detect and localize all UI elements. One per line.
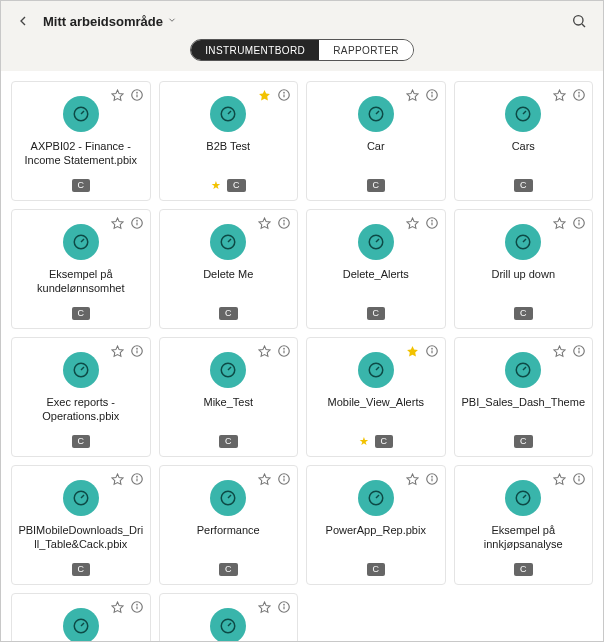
classification-badge: C xyxy=(219,563,238,576)
dashboard-tile[interactable]: Delete MeC xyxy=(159,209,299,329)
svg-marker-26 xyxy=(112,218,123,228)
tile-actions xyxy=(406,216,439,230)
dashboard-tile[interactable]: B2B Test★C xyxy=(159,81,299,201)
dashboard-tile[interactable]: PerformanceC xyxy=(159,465,299,585)
favorite-star-icon[interactable] xyxy=(111,473,124,486)
tile-actions xyxy=(553,216,586,230)
favorite-star-icon[interactable] xyxy=(258,473,271,486)
dashboard-type-icon xyxy=(358,352,394,388)
svg-point-65 xyxy=(431,348,432,349)
dashboard-tile[interactable]: ReceivableC xyxy=(11,593,151,641)
favorite-star-icon[interactable] xyxy=(258,601,271,614)
tile-actions xyxy=(258,600,291,614)
dashboard-tile[interactable]: Eksempel på kundelønnsomhetC xyxy=(11,209,151,329)
dashboard-type-icon xyxy=(63,608,99,641)
favorite-star-icon[interactable] xyxy=(553,345,566,358)
svg-line-91 xyxy=(376,495,379,498)
dashboard-type-icon xyxy=(210,96,246,132)
svg-marker-38 xyxy=(407,218,418,228)
favorite-star-icon[interactable] xyxy=(111,89,124,102)
info-icon[interactable] xyxy=(425,344,439,358)
info-icon[interactable] xyxy=(130,600,144,614)
svg-point-0 xyxy=(574,16,583,25)
tile-footer: C xyxy=(455,179,593,192)
tile-actions xyxy=(111,88,144,102)
favorite-star-icon[interactable] xyxy=(111,217,124,230)
tile-label: B2B Test xyxy=(200,140,256,154)
info-icon[interactable] xyxy=(277,344,291,358)
dashboard-tile[interactable]: PowerApp_Rep.pbixC xyxy=(306,465,446,585)
tile-label: PBIMobileDownloads_Drill_Table&Cack.pbix xyxy=(12,524,150,552)
info-icon[interactable] xyxy=(425,216,439,230)
tile-footer: C xyxy=(307,179,445,192)
dashboard-tile[interactable]: Exec reports - Operations.pbixC xyxy=(11,337,151,457)
dashboard-tile[interactable]: Delete_AlertsC xyxy=(306,209,446,329)
info-icon[interactable] xyxy=(572,472,586,486)
svg-marker-50 xyxy=(112,346,123,356)
tile-actions xyxy=(406,344,439,358)
svg-point-53 xyxy=(136,348,137,349)
dashboard-tile[interactable]: Drill up downC xyxy=(454,209,594,329)
info-icon[interactable] xyxy=(277,216,291,230)
svg-marker-80 xyxy=(259,474,270,484)
tile-footer: C xyxy=(12,307,150,320)
favorite-star-icon[interactable] xyxy=(553,89,566,102)
svg-line-31 xyxy=(81,239,84,242)
tile-actions xyxy=(111,344,144,358)
tile-label: Delete Me xyxy=(197,268,259,282)
favorite-star-icon[interactable] xyxy=(553,473,566,486)
tab-group: INSTRUMENTBORD RAPPORTER xyxy=(190,39,414,61)
dashboard-tile[interactable]: Eksempel på innkjøpsanalyseC xyxy=(454,465,594,585)
info-icon[interactable] xyxy=(572,216,586,230)
favorite-star-icon[interactable] xyxy=(111,345,124,358)
svg-point-23 xyxy=(579,92,580,93)
dashboard-tile[interactable]: PBIMobileDownloads_Drill_Table&Cack.pbix… xyxy=(11,465,151,585)
tab-rapporter[interactable]: RAPPORTER xyxy=(319,40,413,60)
svg-marker-104 xyxy=(259,602,270,612)
info-icon[interactable] xyxy=(277,600,291,614)
favorite-star-icon[interactable] xyxy=(258,217,271,230)
dashboard-tile[interactable]: AXPBI02 - Finance - Income Statement.pbi… xyxy=(11,81,151,201)
tile-actions xyxy=(111,472,144,486)
classification-badge: C xyxy=(367,179,386,192)
dashboard-type-icon xyxy=(210,352,246,388)
dashboard-tile[interactable]: Mobile_View_Alerts★C xyxy=(306,337,446,457)
favorite-star-icon[interactable] xyxy=(553,217,566,230)
favorite-star-icon[interactable] xyxy=(258,89,271,102)
info-icon[interactable] xyxy=(425,472,439,486)
favorite-star-icon[interactable] xyxy=(258,345,271,358)
tile-label: Performance xyxy=(191,524,266,538)
info-icon[interactable] xyxy=(277,472,291,486)
classification-badge: C xyxy=(219,435,238,448)
dashboard-tile[interactable]: CarsC xyxy=(454,81,594,201)
info-icon[interactable] xyxy=(130,472,144,486)
favorite-star-icon[interactable] xyxy=(406,345,419,358)
svg-point-29 xyxy=(136,220,137,221)
back-button[interactable] xyxy=(13,11,33,31)
svg-line-67 xyxy=(376,367,379,370)
dashboard-tile[interactable]: Sales_Cars_with_linkC xyxy=(159,593,299,641)
info-icon[interactable] xyxy=(572,88,586,102)
tab-instrumentbord[interactable]: INSTRUMENTBORD xyxy=(191,40,319,60)
tile-actions xyxy=(406,88,439,102)
favorite-star-icon[interactable] xyxy=(406,89,419,102)
info-icon[interactable] xyxy=(130,344,144,358)
info-icon[interactable] xyxy=(277,88,291,102)
info-icon[interactable] xyxy=(572,344,586,358)
info-icon[interactable] xyxy=(130,216,144,230)
dashboard-tile[interactable]: PBI_Sales_Dash_ThemeC xyxy=(454,337,594,457)
svg-line-61 xyxy=(228,367,231,370)
dashboard-tile[interactable]: Mike_TestC xyxy=(159,337,299,457)
svg-line-103 xyxy=(81,623,84,626)
svg-point-71 xyxy=(579,348,580,349)
favorite-star-icon[interactable] xyxy=(111,601,124,614)
info-icon[interactable] xyxy=(130,88,144,102)
info-icon[interactable] xyxy=(425,88,439,102)
svg-line-19 xyxy=(376,111,379,114)
favorite-star-icon[interactable] xyxy=(406,217,419,230)
favorite-star-icon[interactable] xyxy=(406,473,419,486)
dashboard-tile[interactable]: CarC xyxy=(306,81,446,201)
classification-badge: C xyxy=(514,307,533,320)
search-button[interactable] xyxy=(569,11,589,31)
workspace-title-dropdown[interactable]: Mitt arbeidsområde xyxy=(43,14,177,29)
